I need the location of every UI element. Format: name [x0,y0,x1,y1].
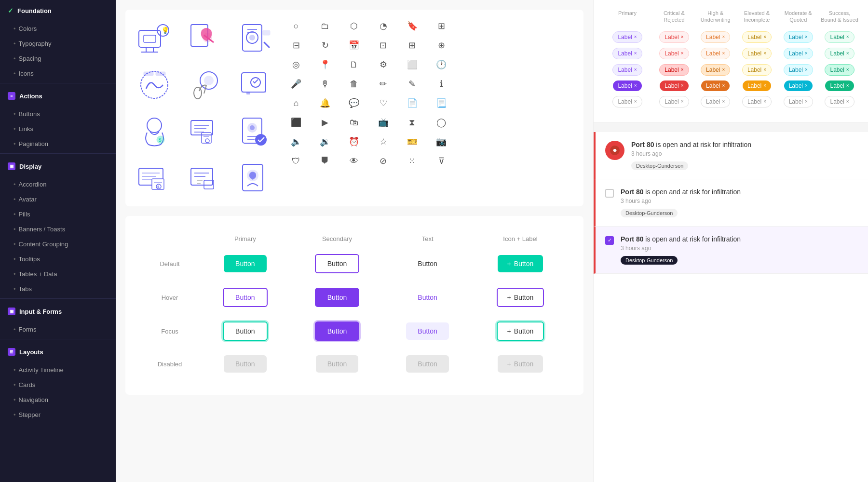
tag-high-3[interactable]: Label × [701,64,730,76]
sidebar-item-pagination[interactable]: Pagination [0,136,116,151]
illustrated-icons-grid: 💡 [135,19,280,197]
illus-icon-12 [237,158,275,197]
sidebar-item-navigation[interactable]: Navigation [0,392,116,407]
outline-icon-alarm: ⏰ [347,135,361,148]
sidebar-item-pills[interactable]: Pills [0,207,116,222]
notif-title-3: Port 80 is open and at risk for infiltra… [621,235,858,243]
sidebar-item-content-grouping[interactable]: Content Grouping [0,237,116,252]
tag-primary-ghost[interactable]: Label × [612,96,642,107]
notif-title-bold-1: Port 80 [631,141,654,148]
btn-icon-label-default[interactable]: +Button [498,255,543,272]
tag-elevated-ghost[interactable]: Label × [742,96,772,107]
sidebar-section-foundation-label: Foundation [17,7,52,14]
notif-time-3: 3 hours ago [621,245,858,252]
tag-primary-2[interactable]: Label × [612,48,642,59]
tag-elevated-filled[interactable]: Label × [743,80,771,91]
tag-high-ghost[interactable]: Label × [701,96,730,107]
tag-success-1[interactable]: Label × [825,31,854,43]
tag-high-filled[interactable]: Label × [701,80,730,91]
btn-secondary-focus[interactable]: Button [315,321,359,341]
outline-icon-tag: ⬡ [347,19,361,33]
sidebar-section-actions[interactable]: ≡ Actions [0,85,116,107]
outline-icon-inbox: ⊡ [377,39,390,52]
tag-critical-2[interactable]: Label × [659,48,689,59]
col-text: Text [383,231,472,246]
tag-primary-1[interactable]: Label × [612,31,642,43]
btn-icon-label-focus[interactable]: +Button [497,321,544,341]
btn-icon-label-hover[interactable]: +Button [497,288,544,307]
tag-moderate-3[interactable]: Label × [784,64,813,76]
btn-text-focus[interactable]: Button [406,322,448,340]
tag-close-suc-1[interactable]: × [846,34,849,40]
btn-primary-default[interactable]: Button [224,255,266,272]
notif-checkbox-3[interactable]: ✓ [605,236,614,245]
notif-checkbox-2[interactable] [605,189,614,198]
sidebar-item-tables[interactable]: Tables + Data [0,267,116,281]
tag-primary-filled[interactable]: Label × [613,80,641,91]
sidebar-item-links[interactable]: Links [0,121,116,136]
tag-moderate-2[interactable]: Label × [784,48,813,59]
sidebar-item-avatar[interactable]: Avatar [0,192,116,207]
svg-rect-1 [144,35,156,42]
sidebar-item-spacing[interactable]: Spacing [0,51,116,66]
outline-icon-info: ℹ [434,77,448,91]
btn-primary-focus[interactable]: Button [223,321,267,341]
tag-elevated-1[interactable]: Label × [742,31,772,43]
outline-icon-gear: ⚙ [377,58,390,71]
tag-moderate-filled[interactable]: Label × [784,80,813,91]
btn-secondary-hover[interactable]: Button [315,288,359,307]
buttons-section: Primary Secondary Text Icon + Label Defa… [125,216,583,395]
tag-critical-3[interactable]: Label × [659,64,689,76]
tag-success-2[interactable]: Label × [825,48,854,59]
tag-elevated-2[interactable]: Label × [742,48,772,59]
main-content: 💡 [116,0,868,482]
tag-elevated-3[interactable]: Label × [742,64,772,76]
tag-close-crit-1[interactable]: × [681,34,684,40]
tag-close-high-1[interactable]: × [722,34,725,40]
sidebar-section-display[interactable]: ▣ Display [0,156,116,177]
tag-moderate-1[interactable]: Label × [784,31,813,43]
sidebar-item-icons[interactable]: Icons [0,66,116,81]
outline-icon-plus-sq: ⊕ [434,39,448,52]
outline-icon-i2 [492,116,506,129]
tag-success-ghost[interactable]: Label × [825,96,854,107]
tag-critical-ghost[interactable]: Label × [659,96,689,107]
sidebar-section-foundation[interactable]: ✓ Foundation [0,0,116,21]
sidebar-item-tooltips[interactable]: Tooltips [0,252,116,267]
sidebar-section-input-forms[interactable]: ▣ Input & Forms [0,301,116,322]
sidebar-item-typography[interactable]: Typography [0,36,116,51]
outline-icon-i1 [463,116,477,129]
btn-text-default[interactable]: Button [406,255,448,272]
sidebar-item-tabs[interactable]: Tabs [0,281,116,296]
sidebar-section-layouts[interactable]: ⊞ Layouts [0,341,116,362]
actions-icon: ≡ [8,92,15,100]
tag-success-3[interactable]: Label × [825,64,854,76]
outline-icon-clock: 🕐 [434,58,448,71]
sidebar-item-colors[interactable]: Colors [0,21,116,36]
row-focus-label: Focus [141,315,199,348]
outline-icon-h2 [492,96,506,110]
tag-high-1[interactable]: Label × [701,31,730,43]
tag-moderate-ghost[interactable]: Label × [784,96,813,107]
tag-high-2[interactable]: Label × [701,48,730,59]
sidebar-item-activity-timeline[interactable]: Activity Timeline [0,362,116,377]
sidebar-item-buttons[interactable]: Buttons [0,107,116,121]
tag-close-elev-1[interactable]: × [763,34,766,40]
sidebar-item-forms[interactable]: Forms [0,322,116,337]
sidebar-item-accordion[interactable]: Accordion [0,177,116,192]
tag-close-1[interactable]: × [634,34,637,40]
outline-icon-g2 [492,77,506,91]
tag-success-filled[interactable]: Label × [825,80,854,91]
tag-close-mod-1[interactable]: × [805,34,808,40]
row-focus: Focus Button Button Button +Button [141,315,568,348]
tag-primary-3[interactable]: Label × [612,64,642,76]
btn-secondary-default[interactable]: Button [315,254,359,273]
sidebar-item-banners[interactable]: Banners / Toasts [0,222,116,237]
tag-critical-1[interactable]: Label × [659,31,689,43]
sidebar-item-stepper[interactable]: Stepper [0,407,116,422]
sidebar-item-cards[interactable]: Cards [0,377,116,392]
tags-row-3: Label × Label × Label × Label × Label × … [603,64,858,76]
tag-critical-filled[interactable]: Label × [660,80,688,91]
btn-text-hover[interactable]: Button [406,289,448,306]
btn-primary-hover[interactable]: Button [223,288,267,307]
